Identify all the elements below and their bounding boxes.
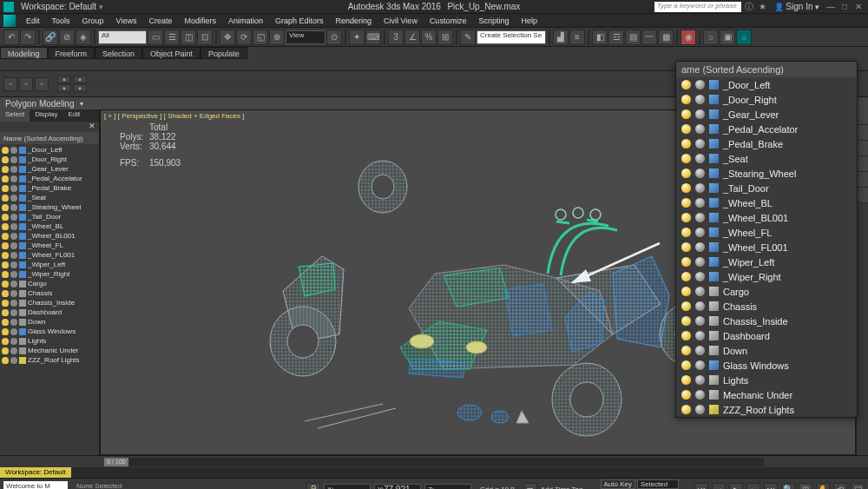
play-button[interactable]: ▶ bbox=[729, 483, 743, 490]
minimize-button[interactable]: — bbox=[825, 2, 837, 12]
star-icon[interactable]: ★ bbox=[757, 2, 769, 12]
dope-sheet-button[interactable]: ▦ bbox=[658, 30, 674, 45]
visibility-bulb-icon[interactable] bbox=[681, 346, 691, 355]
freeze-icon[interactable] bbox=[695, 331, 705, 340]
freeze-icon[interactable] bbox=[695, 198, 705, 208]
freeze-icon[interactable] bbox=[695, 228, 705, 237]
freeze-icon[interactable] bbox=[695, 139, 705, 149]
visibility-bulb-icon[interactable] bbox=[2, 242, 9, 249]
freeze-icon[interactable] bbox=[10, 347, 17, 354]
info-icon[interactable]: ⓘ bbox=[743, 2, 755, 12]
freeze-icon[interactable] bbox=[695, 154, 705, 163]
visibility-bulb-icon[interactable] bbox=[681, 124, 691, 134]
scene-row[interactable]: _Pedal_Accelator bbox=[0, 174, 99, 183]
nav-zoomall-button[interactable]: ⊞ bbox=[799, 483, 812, 490]
menu-grapheditors[interactable]: Graph Editors bbox=[270, 16, 329, 26]
lock-selection-button[interactable]: 🔒 bbox=[306, 483, 320, 490]
enlarged-scene-row[interactable]: _Pedal_Accelator bbox=[676, 122, 857, 136]
placement-button[interactable]: ⊕ bbox=[269, 30, 285, 45]
enlarged-scene-row[interactable]: _Stearing_Wheel bbox=[676, 166, 857, 181]
visibility-bulb-icon[interactable] bbox=[2, 156, 9, 163]
enlarged-scene-row[interactable]: _Pedal_Brake bbox=[676, 136, 857, 151]
visibility-bulb-icon[interactable] bbox=[681, 109, 691, 119]
visibility-bulb-icon[interactable] bbox=[681, 375, 691, 385]
scene-row[interactable]: _Tail_Door bbox=[0, 212, 99, 221]
freeze-icon[interactable] bbox=[10, 233, 17, 240]
visibility-bulb-icon[interactable] bbox=[681, 183, 691, 193]
enlarged-scene-row[interactable]: Chassis bbox=[676, 299, 857, 314]
align-button[interactable]: ≡ bbox=[569, 30, 585, 45]
visibility-bulb-icon[interactable] bbox=[681, 242, 691, 252]
render-button[interactable]: ☼ bbox=[736, 30, 752, 45]
scene-row[interactable]: _Stearing_Wheel bbox=[0, 202, 99, 212]
cmd-tab-create[interactable] bbox=[857, 109, 868, 125]
render-frame-button[interactable]: ▣ bbox=[720, 30, 735, 45]
visibility-bulb-icon[interactable] bbox=[2, 166, 9, 173]
bind-button[interactable]: ◈ bbox=[76, 30, 91, 45]
freeze-icon[interactable] bbox=[695, 95, 705, 104]
pivot-button[interactable]: ⊙ bbox=[326, 30, 342, 45]
menu-animation[interactable]: Animation bbox=[223, 16, 268, 26]
scene-row[interactable]: Glass Windows bbox=[0, 327, 99, 336]
percent-snap-button[interactable]: % bbox=[421, 30, 437, 45]
freeze-icon[interactable] bbox=[10, 166, 17, 173]
menu-civilview[interactable]: Civil View bbox=[378, 16, 423, 26]
render-setup-button[interactable]: ☼ bbox=[703, 30, 719, 45]
freeze-icon[interactable] bbox=[695, 124, 705, 134]
scene-row[interactable]: _Seat bbox=[0, 193, 99, 202]
visibility-bulb-icon[interactable] bbox=[681, 228, 691, 237]
undo-button[interactable]: ↶ bbox=[3, 30, 19, 45]
time-slider-thumb[interactable]: 0 / 100 bbox=[104, 458, 128, 466]
visibility-bulb-icon[interactable] bbox=[2, 233, 9, 240]
nav-maximize-button[interactable]: ◱ bbox=[851, 483, 865, 490]
scene-column-header[interactable]: Name (Sorted Ascending) bbox=[0, 132, 99, 144]
freeze-icon[interactable] bbox=[10, 357, 17, 364]
freeze-icon[interactable] bbox=[695, 287, 705, 296]
freeze-icon[interactable] bbox=[695, 109, 705, 119]
scene-row[interactable]: _Wheel_BL001 bbox=[0, 231, 99, 241]
scene-row[interactable]: _Door_Right bbox=[0, 155, 99, 164]
scale-button[interactable]: ◱ bbox=[253, 30, 268, 45]
named-selection-dropdown[interactable]: Create Selection Se bbox=[477, 30, 546, 44]
scene-row[interactable]: Chassis bbox=[0, 288, 99, 298]
enlarged-scene-row[interactable]: _Wheel_BL bbox=[676, 195, 857, 210]
autokey-button[interactable]: Auto Key bbox=[601, 479, 635, 489]
enlarged-scene-row[interactable]: Dashboard bbox=[676, 328, 857, 343]
menu-views[interactable]: Views bbox=[111, 16, 142, 26]
next-frame-button[interactable]: ▸ bbox=[746, 483, 760, 490]
visibility-bulb-icon[interactable] bbox=[681, 360, 691, 370]
enlarged-scene-row[interactable]: Lights bbox=[676, 373, 857, 387]
menu-group[interactable]: Group bbox=[77, 16, 109, 26]
menu-modifiers[interactable]: Modifiers bbox=[179, 16, 221, 26]
scene-explorer-button[interactable]: ☲ bbox=[608, 30, 624, 45]
cmd-tab-motion[interactable] bbox=[857, 156, 868, 172]
menu-tools[interactable]: Tools bbox=[47, 16, 76, 26]
poly-btn-5[interactable]: ▪ bbox=[57, 84, 71, 92]
visibility-bulb-icon[interactable] bbox=[681, 95, 691, 104]
freeze-icon[interactable] bbox=[10, 242, 17, 249]
visibility-bulb-icon[interactable] bbox=[2, 309, 9, 316]
visibility-bulb-icon[interactable] bbox=[681, 316, 691, 326]
freeze-icon[interactable] bbox=[10, 309, 17, 316]
cmd-tab-display[interactable] bbox=[857, 172, 868, 188]
poly-btn-2[interactable]: ▫ bbox=[19, 77, 33, 91]
visibility-bulb-icon[interactable] bbox=[2, 357, 9, 364]
freeze-icon[interactable] bbox=[10, 328, 17, 335]
scene-list[interactable]: _Door_Left_Door_Right_Gear_Lever_Pedal_A… bbox=[0, 144, 99, 455]
ribbon-tab-selection[interactable]: Selection bbox=[95, 47, 142, 59]
freeze-icon[interactable] bbox=[695, 301, 705, 311]
cmd-tab-modify[interactable] bbox=[857, 125, 868, 141]
freeze-icon[interactable] bbox=[10, 147, 17, 154]
enlarged-scene-row[interactable]: Cargo bbox=[676, 284, 857, 299]
time-slider[interactable]: 0 / 100 bbox=[104, 458, 764, 466]
select-region-button[interactable]: ◫ bbox=[181, 30, 196, 45]
visibility-bulb-icon[interactable] bbox=[2, 195, 9, 202]
scene-row[interactable]: Chassis_Inside bbox=[0, 298, 99, 307]
visibility-bulb-icon[interactable] bbox=[2, 185, 9, 192]
scene-row[interactable]: _Wiper_Left bbox=[0, 260, 99, 269]
visibility-bulb-icon[interactable] bbox=[681, 331, 691, 340]
freeze-icon[interactable] bbox=[695, 169, 705, 178]
snap-button[interactable]: 3 bbox=[388, 30, 404, 45]
angle-snap-button[interactable]: ∠ bbox=[404, 30, 420, 45]
visibility-bulb-icon[interactable] bbox=[2, 223, 9, 230]
